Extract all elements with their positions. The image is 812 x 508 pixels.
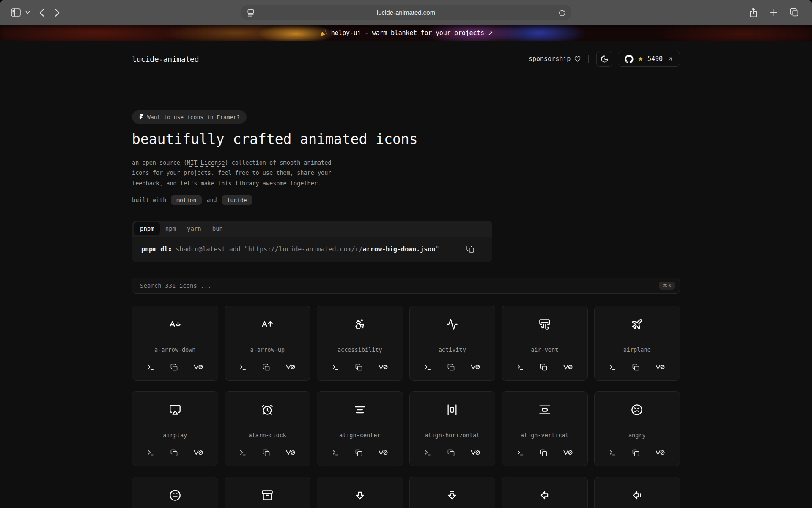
icon-card-airplay: airplay — [132, 391, 218, 466]
align-horizontal-icon — [446, 404, 458, 416]
copy-button[interactable] — [539, 363, 548, 372]
tab-yarn[interactable]: yarn — [181, 222, 207, 235]
icon-name: align-horizontal — [410, 432, 495, 439]
sponsorship-label: sponsorship — [529, 55, 571, 63]
header-divider — [588, 55, 589, 63]
terminal-install-button[interactable] — [239, 448, 247, 457]
air-vent-icon — [539, 318, 551, 330]
icon-card-angry: angry — [594, 391, 680, 466]
tab-overview-icon[interactable] — [790, 8, 799, 17]
search-input[interactable] — [139, 282, 659, 290]
mit-license-link[interactable]: MIT License — [187, 159, 225, 166]
copy-button[interactable] — [262, 448, 271, 457]
icon-card-actions — [595, 363, 680, 372]
icon-name: align-center — [317, 432, 403, 439]
copy-command-button[interactable] — [465, 231, 484, 262]
icon-name: airplane — [595, 346, 680, 353]
icon-card-annoyed: annoyed — [132, 477, 218, 508]
back-button[interactable] — [39, 9, 44, 17]
terminal-install-button[interactable] — [608, 363, 617, 372]
tab-bun[interactable]: bun — [207, 222, 228, 235]
icon-card-airplane: airplane — [594, 306, 680, 381]
forward-button[interactable] — [55, 9, 60, 17]
chevron-down-icon[interactable] — [25, 11, 30, 14]
tab-npm[interactable]: npm — [160, 222, 181, 235]
open-in-v0-button[interactable] — [285, 363, 296, 371]
copy-button[interactable] — [631, 363, 640, 372]
motion-chip[interactable]: motion — [171, 195, 202, 205]
icon-card-a-arrow-down: a-arrow-down — [132, 306, 218, 381]
terminal-install-button[interactable] — [516, 448, 525, 457]
url-bar[interactable]: lucide-animated.com — [241, 5, 571, 20]
package-manager-tabs: pnpm npm yarn bun — [132, 221, 492, 237]
open-in-v0-button[interactable] — [285, 449, 296, 456]
icon-name: alarm-clock — [225, 432, 310, 439]
new-tab-icon[interactable] — [770, 8, 778, 17]
copy-button[interactable] — [170, 448, 178, 457]
archive-icon — [261, 489, 273, 501]
github-stars-button[interactable]: ★ 5490 — [618, 51, 680, 67]
activity-icon — [446, 318, 458, 330]
copy-button[interactable] — [631, 448, 640, 457]
copy-button[interactable] — [170, 363, 178, 372]
github-icon — [625, 55, 634, 64]
airplane-icon — [631, 318, 643, 330]
copy-button[interactable] — [262, 363, 271, 372]
open-in-v0-button[interactable] — [562, 363, 573, 371]
terminal-install-button[interactable] — [423, 363, 432, 372]
open-in-v0-button[interactable] — [470, 449, 481, 456]
icon-card-accessibility: accessibility — [317, 306, 403, 381]
icon-card-actions — [225, 363, 310, 372]
copy-button[interactable] — [447, 363, 455, 372]
icon-card-archive: archive — [225, 477, 311, 508]
terminal-install-button[interactable] — [239, 363, 247, 372]
icon-card-activity: activity — [409, 306, 496, 381]
align-vertical-icon — [539, 404, 551, 416]
star-icon: ★ — [638, 55, 643, 62]
framer-badge-text: Want to use icons in Framer? — [147, 114, 240, 120]
reader-icon[interactable] — [247, 8, 255, 17]
reload-icon[interactable] — [558, 8, 566, 17]
framer-badge[interactable]: Want to use icons in Framer? — [132, 110, 247, 124]
tab-pnpm[interactable]: pnpm — [134, 222, 160, 235]
copy-button[interactable] — [539, 448, 548, 457]
open-in-v0-button[interactable] — [655, 449, 666, 456]
icon-card-actions — [410, 363, 495, 372]
open-in-v0-button[interactable] — [562, 449, 573, 456]
terminal-install-button[interactable] — [331, 448, 340, 457]
copy-button[interactable] — [354, 363, 363, 372]
open-in-v0-button[interactable] — [655, 363, 666, 371]
open-in-v0-button[interactable] — [193, 449, 204, 456]
arrow-up-right-icon — [667, 56, 673, 62]
open-in-v0-button[interactable] — [470, 363, 481, 371]
keyboard-shortcut-badge: ⌘ K — [659, 282, 675, 290]
lucide-chip[interactable]: lucide — [222, 195, 252, 205]
icon-card-align-center: align-center — [317, 391, 403, 466]
share-icon[interactable] — [749, 8, 757, 17]
copy-button[interactable] — [354, 448, 363, 457]
terminal-install-button[interactable] — [146, 363, 155, 372]
theme-toggle-button[interactable] — [596, 51, 612, 67]
copy-button[interactable] — [447, 448, 455, 457]
terminal-install-button[interactable] — [146, 448, 155, 457]
open-in-v0-button[interactable] — [378, 363, 389, 371]
terminal-install-button[interactable] — [608, 448, 617, 457]
terminal-install-button[interactable] — [516, 363, 525, 372]
sidebar-toggle-icon[interactable] — [11, 8, 21, 17]
built-with-row: built with motion and lucide — [132, 195, 680, 205]
icon-card-arrow-big-down-dash: arrow-big-down-dash — [409, 477, 496, 508]
icon-card-align-vertical: align-vertical — [502, 391, 588, 466]
terminal-install-button[interactable] — [423, 448, 432, 457]
sponsorship-link[interactable]: sponsorship — [529, 55, 581, 63]
icon-name: activity — [410, 346, 495, 353]
party-popper-icon — [319, 29, 327, 37]
icon-name: air-vent — [502, 346, 587, 353]
icon-name: align-vertical — [502, 432, 587, 439]
icon-name: a-arrow-up — [225, 346, 310, 353]
open-in-v0-button[interactable] — [378, 449, 389, 456]
promo-banner[interactable]: helpy-ui - warm blanket for your project… — [0, 25, 812, 41]
accessibility-icon — [354, 318, 366, 330]
moon-star-icon — [601, 55, 609, 63]
open-in-v0-button[interactable] — [193, 363, 204, 371]
terminal-install-button[interactable] — [331, 363, 340, 372]
